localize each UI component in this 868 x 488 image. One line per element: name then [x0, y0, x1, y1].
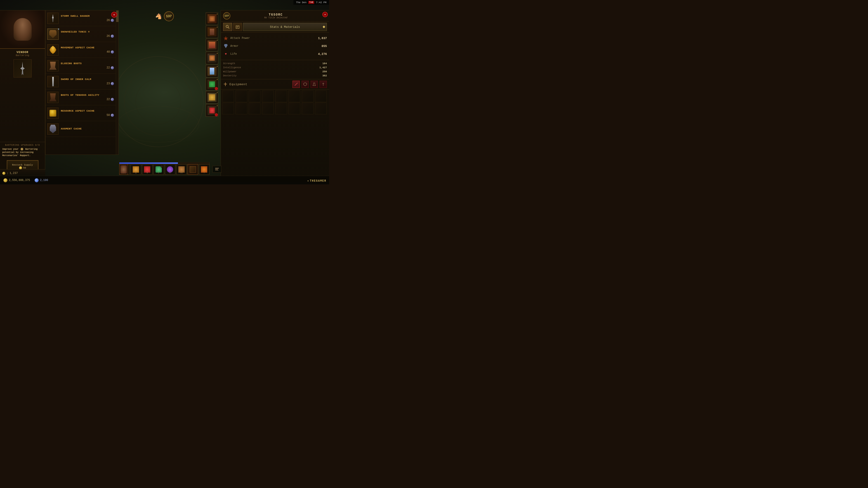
stat-row-armor: Armor 855	[223, 42, 327, 50]
ranged-icon	[321, 83, 325, 86]
equip-btn-flask[interactable]	[311, 80, 318, 88]
item-name-sword-inner-calm: SWORD OF INNER CALM	[61, 78, 114, 81]
stat-row-dexterity: Dexterity 382	[223, 74, 327, 78]
item-name-eluding-boots: ELUDING BOOTS	[61, 62, 114, 65]
barter-token-icon-4	[111, 66, 114, 69]
svg-rect-10	[225, 83, 225, 86]
skill-slot-q[interactable]: Q	[130, 164, 141, 175]
item-name-boots-tenuous: BOOTS OF TENUOUS AGILITY	[61, 94, 114, 97]
equip-slot-15[interactable]	[302, 103, 313, 114]
shop-item-movement-aspect[interactable]: MOVEMENT ASPECT CACHE 40	[45, 42, 119, 58]
shop-item-storm-swell-dagger[interactable]: STORM SWELL DAGGER 26	[45, 10, 119, 26]
equip-slot-12[interactable]	[262, 103, 274, 114]
character-portrait-button[interactable]	[119, 164, 128, 175]
small-stats-section: Strength 184 Intelligence 1,427 Willpowe…	[221, 60, 329, 79]
item-details-eluding-boots: ELUDING BOOTS 22	[61, 62, 114, 69]
scroll-icon	[215, 167, 219, 171]
shop-item-snowveiled-tunic[interactable]: ❄ SNOWVEILED TUNIC ❄ 26	[45, 26, 119, 42]
char-level-area: 137	[223, 12, 230, 20]
equip-slot-weapon[interactable]: ★	[206, 65, 218, 77]
equip-slot-11[interactable]	[249, 103, 260, 114]
skill-key-e: E	[158, 172, 159, 174]
skill-slot-m4[interactable]: M4	[176, 164, 187, 175]
offhand-item-visual	[209, 81, 215, 87]
equip-slot-2[interactable]	[236, 90, 247, 102]
item-details-movement-aspect: MOVEMENT ASPECT CACHE 40	[61, 46, 114, 53]
equip-slot-7[interactable]	[302, 90, 313, 102]
skill-slot-w[interactable]: W	[142, 164, 153, 175]
shop-item-augment-cache[interactable]: AUGMENT CACHE	[45, 121, 119, 137]
equip-slot-16[interactable]	[315, 103, 327, 114]
shop-close-button[interactable]: ✕	[111, 12, 117, 18]
equip-btn-weapons[interactable]	[292, 80, 300, 88]
skill-slot-open[interactable]	[187, 164, 198, 175]
equip-btn-armor[interactable]	[302, 80, 309, 88]
scrollbar[interactable]	[116, 10, 119, 155]
armor-stat-icon	[223, 43, 228, 49]
barter-token-icon-3	[111, 51, 114, 54]
armor-equip-icon	[303, 83, 307, 86]
skill-slot-e[interactable]: E 3	[153, 164, 164, 175]
stat-name-willpower: Willpower	[223, 70, 237, 73]
equip-slot-amulet[interactable]: ★	[206, 26, 218, 38]
stats-materials-label: Stats & Materials	[270, 25, 300, 29]
shop-item-resource-aspect[interactable]: RESOURCE ASPECT CACHE 50	[45, 105, 119, 121]
eluding-boots-cost-value: 22	[107, 66, 110, 69]
equip-slot-1[interactable]	[222, 90, 234, 102]
equip-slot-4[interactable]	[262, 90, 274, 102]
equip-slot-5[interactable]	[275, 90, 287, 102]
svg-rect-26	[215, 169, 218, 169]
equip-slot-10[interactable]	[236, 103, 247, 114]
equip-slot-13[interactable]	[275, 103, 287, 114]
shop-item-eluding-boots[interactable]: ELUDING BOOTS 22	[45, 58, 119, 74]
shop-item-boots-tenuous[interactable]: BOOTS OF TENUOUS AGILITY 22	[45, 90, 119, 105]
stats-materials-button[interactable]: Stats & Materials	[243, 23, 327, 31]
character-panel: ✕ 137 TGSORC No Title Selected Stats & M…	[221, 10, 329, 182]
item-cost-storm-swell: 26	[61, 19, 114, 22]
svg-point-2	[135, 79, 181, 124]
shop-item-sword-inner-calm[interactable]: SWORD OF INNER CALM 23	[45, 74, 119, 90]
barter-token-icon-5	[111, 82, 114, 85]
scroll-map-button[interactable]	[213, 166, 221, 173]
clock: 7:42 PM	[316, 1, 327, 4]
weapon-slot-star: ★	[217, 65, 218, 67]
equip-slot-boots2[interactable]: ★	[206, 104, 218, 117]
bottom-currency-bar: 2,556,888,375 2,100 ✦ THEGAMER	[0, 176, 329, 184]
equip-slot-head[interactable]: ★	[206, 12, 218, 25]
equip-slot-ring2[interactable]: ★	[206, 52, 218, 64]
equip-slot-ring1[interactable]: ★	[206, 39, 218, 51]
vendor-face	[13, 18, 32, 41]
equip-slot-6[interactable]	[288, 90, 300, 102]
equip-slot-8[interactable]	[315, 90, 327, 102]
head-item-icon	[208, 14, 217, 23]
vendor-coin-icon	[2, 172, 5, 175]
char-tab-info[interactable]	[233, 23, 242, 31]
item-details-storm-swell: STORM SWELL DAGGER 26	[61, 14, 114, 22]
skill-slot-r[interactable]: R	[165, 164, 176, 175]
ring2-item-visual	[209, 55, 215, 61]
head-item-visual	[209, 16, 215, 22]
item-name-resource-aspect: RESOURCE ASPECT CACHE	[61, 109, 114, 112]
char-tab-search[interactable]	[223, 23, 232, 31]
horse-icon-area: 🐴	[155, 13, 162, 20]
equipment-icon	[223, 82, 228, 87]
equip-slot-gloves[interactable]: ★	[206, 91, 218, 103]
stat-name-life: Life	[230, 53, 318, 56]
equip-slot-offhand[interactable]: ★	[206, 78, 218, 90]
restock-label: Restock Supply	[12, 164, 33, 166]
char-name-block: TGSORC No Title Selected	[230, 13, 321, 19]
vendor-currency-value: 1,237	[10, 172, 18, 175]
character-panel-close-button[interactable]: ✕	[322, 12, 328, 17]
svg-point-1	[124, 68, 192, 135]
stat-row-willpower: Willpower 250	[223, 70, 327, 74]
equip-slot-9[interactable]	[222, 103, 234, 114]
premium-amount: 2,100	[40, 179, 48, 182]
equip-btn-ranged[interactable]	[320, 80, 327, 88]
equip-slot-3[interactable]	[249, 90, 260, 102]
vendor-subtitle: Bartering	[0, 54, 45, 57]
equip-slot-14[interactable]	[288, 103, 300, 114]
diamond-badge	[322, 26, 325, 28]
aspect-yellow-icon	[50, 46, 56, 54]
armor-icon	[49, 30, 57, 38]
skill-slot-t[interactable]: T	[199, 164, 210, 175]
